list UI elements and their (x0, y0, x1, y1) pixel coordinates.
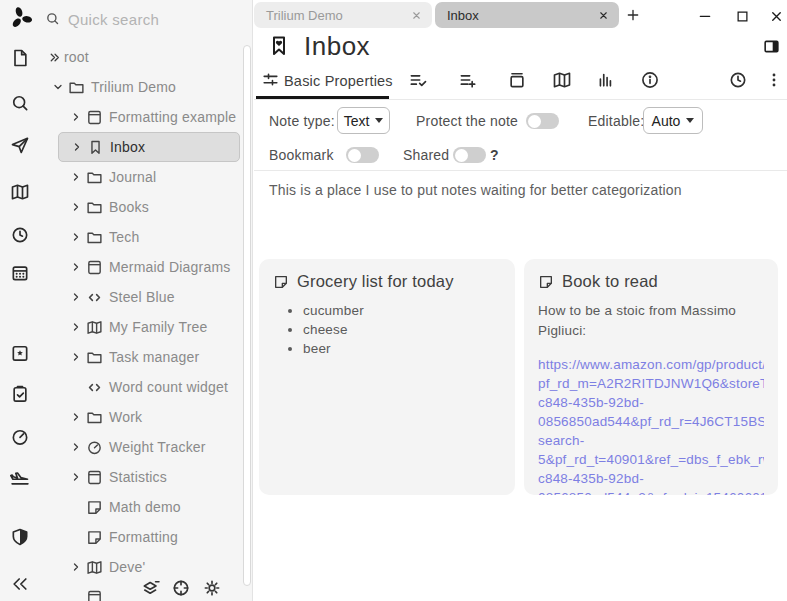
chevron-right-icon[interactable] (70, 111, 86, 123)
note-icon (538, 274, 554, 290)
chevron-right-icon[interactable] (70, 321, 86, 333)
chevron-right-icon[interactable] (70, 201, 86, 213)
note-type-select[interactable]: Text (337, 107, 390, 134)
chevron-right-icon[interactable] (70, 291, 86, 303)
card-title-row[interactable]: Book to read (538, 272, 764, 291)
bar-chart-icon[interactable] (595, 70, 615, 90)
map-icon (86, 559, 104, 576)
editable-select[interactable]: Auto (643, 107, 703, 134)
search-icon[interactable] (10, 93, 30, 113)
properties-divider (254, 170, 787, 171)
shield-icon[interactable] (10, 527, 30, 547)
send-icon[interactable] (10, 135, 30, 155)
tree-item-work[interactable]: Work (70, 402, 240, 432)
tab-inbox[interactable]: Inbox (435, 2, 619, 28)
protect-note-label: Protect the note (416, 113, 518, 129)
tree-item-formatting-example[interactable]: Formatting example (70, 102, 240, 132)
dots-vertical-icon[interactable] (764, 70, 784, 90)
close-icon[interactable] (598, 10, 609, 21)
list-plus-icon[interactable] (458, 70, 478, 90)
bookmark-toggle[interactable] (346, 147, 379, 163)
plane-icon[interactable] (10, 468, 30, 488)
ribbon-divider (254, 99, 787, 100)
chevron-right-icon[interactable] (70, 471, 86, 483)
card-title-row[interactable]: Grocery list for today (273, 272, 501, 291)
shared-help[interactable]: ? (490, 147, 499, 163)
card-title[interactable]: Grocery list for today (297, 272, 454, 291)
tree-scrollbar[interactable] (243, 45, 251, 586)
gauge-icon[interactable] (10, 427, 30, 447)
chevron-right-icon[interactable] (70, 411, 86, 423)
tree-item-trilium-demo[interactable]: Trilium Demo (52, 72, 240, 102)
minimize-icon[interactable] (696, 7, 714, 25)
child-note-card-grocery[interactable]: Grocery list for today cucumber cheese b… (259, 259, 515, 495)
maximize-icon[interactable] (733, 7, 751, 25)
archive-icon[interactable] (507, 70, 527, 90)
tree-item-math-demo[interactable]: Math demo (70, 492, 240, 522)
layers-minus-icon[interactable] (141, 578, 161, 598)
list-check-icon[interactable] (408, 70, 428, 90)
note-title[interactable]: Inbox (304, 31, 370, 62)
calendar-star-icon[interactable] (10, 343, 30, 363)
quick-search-input[interactable] (66, 6, 235, 32)
note-description[interactable]: This is a place I use to put notes waiti… (269, 182, 682, 198)
tree-item-tech[interactable]: Tech (70, 222, 240, 252)
chevron-down-icon (375, 118, 383, 123)
chevron-right-icon[interactable] (70, 261, 86, 273)
tab-trilium-demo[interactable]: Trilium Demo (254, 2, 432, 28)
tree-item-word-count-widget[interactable]: Word count widget (70, 372, 240, 402)
note-type-label: Note type: (269, 113, 335, 129)
map-icon[interactable] (552, 70, 572, 90)
gear-icon[interactable] (202, 578, 222, 598)
toggle-right-pane-icon[interactable] (762, 37, 781, 56)
tab-basic-properties[interactable]: Basic Properties (284, 73, 393, 89)
protect-note-toggle[interactable] (526, 113, 559, 129)
trilium-window: root Trilium Demo Formatting example Inb… (0, 0, 787, 601)
tree-item-task-manager[interactable]: Task manager (70, 342, 240, 372)
note-icon (86, 499, 104, 516)
chevron-right-icon[interactable] (70, 171, 86, 183)
tree-item-root[interactable]: root (48, 42, 240, 72)
info-icon[interactable] (640, 70, 660, 90)
folder-icon (86, 409, 104, 426)
sliders-icon (261, 70, 280, 89)
chevron-right-icon[interactable] (70, 351, 86, 363)
chevron-right-icon[interactable] (70, 561, 86, 573)
history-icon[interactable] (10, 225, 30, 245)
note-detail-panel: Trilium Demo Inbox Inbox (252, 0, 787, 601)
plus-icon[interactable] (625, 7, 641, 23)
list-item: beer (303, 339, 501, 358)
clipboard-check-icon[interactable] (10, 384, 30, 404)
chevrons-right-icon[interactable] (48, 51, 64, 64)
tree-item-journal[interactable]: Journal (70, 162, 240, 192)
tree-item-books[interactable]: Books (70, 192, 240, 222)
history-icon[interactable] (728, 70, 748, 90)
tree-item-statistics[interactable]: Statistics (70, 462, 240, 492)
tree-item-my-family-tree[interactable]: My Family Tree (70, 312, 240, 342)
close-icon[interactable] (767, 7, 785, 25)
collapse-left-icon[interactable] (10, 574, 30, 594)
map-icon[interactable] (10, 182, 30, 202)
folder-icon (68, 79, 86, 96)
tree-item-inbox[interactable]: Inbox (58, 132, 240, 162)
tree-item-steel-blue[interactable]: Steel Blue (70, 282, 240, 312)
map-icon (86, 319, 104, 336)
amazon-link[interactable]: https://www.amazon.com/gp/product/B pf_r… (538, 355, 764, 495)
chevron-right-icon[interactable] (71, 141, 87, 153)
chevron-down-icon (686, 118, 694, 123)
tree-item-mermaid-diagrams[interactable]: Mermaid Diagrams (70, 252, 240, 282)
new-note-icon[interactable] (10, 48, 30, 68)
shared-toggle[interactable] (453, 147, 486, 163)
chevron-right-icon[interactable] (70, 441, 86, 453)
calendar-icon[interactable] (10, 263, 30, 283)
chevron-right-icon[interactable] (70, 231, 86, 243)
tree-item-weight-tracker[interactable]: Weight Tracker (70, 432, 240, 462)
bookmark-label: Bookmark (269, 147, 334, 163)
tree-item-formatting[interactable]: Formatting (70, 522, 240, 552)
crosshair-icon[interactable] (171, 578, 191, 598)
chevron-down-icon[interactable] (52, 81, 68, 93)
card-title[interactable]: Book to read (562, 272, 658, 291)
close-icon[interactable] (411, 10, 422, 21)
child-note-card-book[interactable]: Book to read How to be a stoic from Mass… (524, 259, 778, 495)
bookmark-heart-icon (267, 34, 291, 58)
